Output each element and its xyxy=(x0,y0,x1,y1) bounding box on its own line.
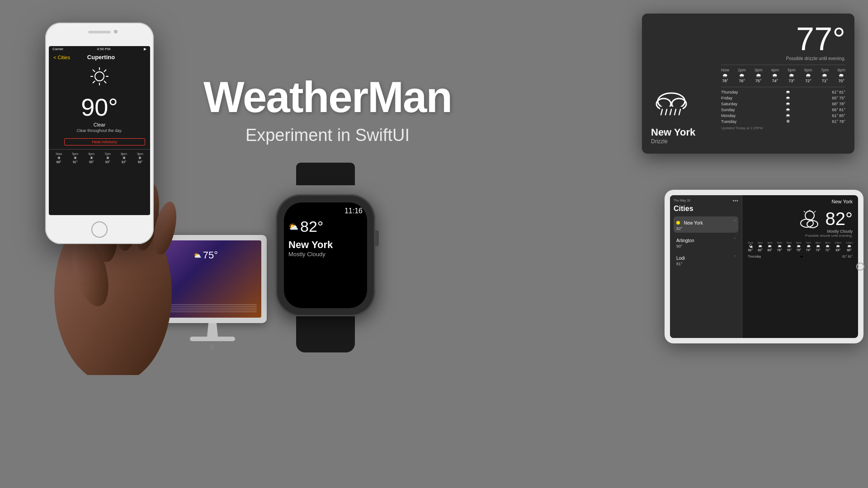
time-label: 4:50 PM xyxy=(97,47,110,51)
tv-temperature-big: 77° xyxy=(721,23,845,55)
iphone-advisory-badge: Heat Advisory xyxy=(64,138,145,145)
iphone-status-bar: Carrier 4:50 PM ▶ xyxy=(49,46,150,52)
iphone-nav: < Cities Cupertino xyxy=(49,52,150,62)
ipad-city-row-0[interactable]: New York › 82° xyxy=(674,216,738,233)
tv-hour-4: 5pm🌧73° xyxy=(788,68,796,83)
watch-weather-icon: ⛅ xyxy=(288,222,298,232)
tv-display-mockup: New York Drizzle 77° Possible drizzle un… xyxy=(642,14,854,154)
tv-week-sat: Saturday🌧68° 78° xyxy=(721,101,845,107)
watch-crown xyxy=(374,230,379,246)
ipad-location-dot xyxy=(676,221,680,225)
tv-possible-text: Possible drizzle until evening. xyxy=(721,56,845,61)
tv-updated-label: Updated Today at 1:25PM xyxy=(721,126,845,130)
watch-time: 11:16 xyxy=(288,207,363,215)
iphone-screen: Carrier 4:50 PM ▶ < Cities Cupertino xyxy=(49,46,150,215)
tv-hour-0: Now🌧78° xyxy=(721,68,729,83)
tv-hour-1: 2pm🌧76° xyxy=(738,68,746,83)
ipad-body: Thu May 16 ●●● Cities New York › 82° Arl… xyxy=(665,190,863,343)
apple-watch-mockup: 11:16 ⛅ 82° New York Mostly Cloudy xyxy=(262,163,389,334)
tv-weekly-forecast: Thursday🌧61° 81° Friday🌧65° 75° Saturday… xyxy=(721,87,845,124)
tv-hour-6: 7pm🌧71° xyxy=(821,68,829,83)
svg-line-26 xyxy=(814,211,816,212)
ipad-right-condition: Mostly Cloudy xyxy=(748,229,853,234)
ipad-right-temperature: 82° xyxy=(826,209,853,229)
iphone-advisory-container: Heat Advisory xyxy=(49,136,150,145)
watch-band-bottom xyxy=(296,316,355,352)
ipad-weekly-section: Thursday 🌧 61° 81° xyxy=(748,254,853,259)
iphone-sun-container xyxy=(49,62,150,92)
tv-city-condition: Drizzle xyxy=(651,138,714,145)
tv-week-mon: Monday🌧61° 85° xyxy=(721,113,845,118)
watch-band-top xyxy=(296,163,355,185)
iphone-temperature: 90° xyxy=(49,93,150,121)
cloud-rain-svg xyxy=(651,89,692,118)
watch-temperature: 82° xyxy=(300,218,323,235)
iphone-hour-2: 6pm ☀ 93° xyxy=(88,152,94,164)
iphone-city-label: Cupertino xyxy=(87,54,115,61)
ipad-detail-panel: New York 82° Mostly Cloudy Possible driz… xyxy=(742,195,858,338)
ipad-hourly-section: Now🌤82° 2pm🌧82° 3pm🌧80° 4pm🌧78° 5pm🌧76° … xyxy=(748,241,853,252)
iphone-hour-4: 8pm ☀ 92° xyxy=(121,152,127,164)
tv-hour-5: 6pm🌧72° xyxy=(804,68,812,83)
imac-stand xyxy=(206,323,219,337)
tv-hourly-row: Now🌧78° 2pm🌧76° 3pm🌧75° 4pm🌧74° 5pm🌧73° … xyxy=(721,65,845,83)
carrier-label: Carrier xyxy=(52,47,63,51)
iphone-camera xyxy=(114,30,118,33)
ipad-cities-panel: Thu May 16 ●●● Cities New York › 82° Arl… xyxy=(670,195,742,338)
iphone-hour-1: 5pm ☀ 91° xyxy=(72,152,78,164)
tv-week-sun: Sunday🌧66° 81° xyxy=(721,107,845,113)
iphone-body: Carrier 4:50 PM ▶ < Cities Cupertino xyxy=(45,23,154,244)
svg-point-24 xyxy=(805,211,814,220)
tv-right-panel: 77° Possible drizzle until evening. Now🌧… xyxy=(721,23,845,145)
iphone-condition: Clear xyxy=(49,122,150,127)
ipad-screen: Thu May 16 ●●● Cities New York › 82° Arl… xyxy=(670,195,858,338)
watch-condition: Mostly Cloudy xyxy=(288,251,363,258)
svg-line-11 xyxy=(93,70,95,72)
iphone-home-button[interactable] xyxy=(91,221,108,238)
ipad-right-condition-sub: Possible drizzle until evening. xyxy=(748,234,853,238)
iphone-description: Clear throughout the day. xyxy=(49,128,150,133)
svg-point-6 xyxy=(95,72,104,81)
app-title: WeatherMan xyxy=(203,72,452,122)
svg-line-13 xyxy=(104,70,106,72)
watch-weather-row: ⛅ 82° xyxy=(288,218,363,235)
imac-temperature: 75° xyxy=(203,249,218,261)
ipad-city-row-1[interactable]: Arlington › 90° xyxy=(674,234,738,250)
iphone-back-button[interactable]: < Cities xyxy=(53,55,70,60)
tv-screen: New York Drizzle 77° Possible drizzle un… xyxy=(642,14,854,154)
iphone-mockup: Carrier 4:50 PM ▶ < Cities Cupertino xyxy=(27,14,190,339)
tv-city-name: New York xyxy=(651,127,714,138)
iphone-hourly-forecast: Now ☀ 88° 5pm ☀ 91° 6pm ☀ 93° 7pm ☀ xyxy=(49,149,150,164)
tv-week-tue: Tuesday❄61° 78° xyxy=(721,118,845,124)
ipad-right-city-label: New York xyxy=(748,199,853,204)
signal-label: ▶ xyxy=(144,47,146,51)
tv-week-fri: Friday🌧65° 75° xyxy=(721,95,845,101)
ipad-right-weather-row: 82° xyxy=(748,209,853,229)
tv-hour-3: 4pm🌧74° xyxy=(771,68,779,83)
tv-cloud-rain-icon xyxy=(651,89,714,120)
tv-hour-2: 3pm🌧75° xyxy=(755,68,763,83)
iphone-hour-0: Now ☀ 88° xyxy=(56,152,62,164)
ipad-mockup: Thu May 16 ●●● Cities New York › 82° Arl… xyxy=(665,190,863,343)
svg-line-12 xyxy=(104,81,106,83)
sun-icon xyxy=(88,65,111,88)
tv-left-panel: New York Drizzle xyxy=(651,23,714,145)
svg-line-27 xyxy=(804,211,805,212)
iphone-hour-3: 7pm ☀ 93° xyxy=(104,152,111,164)
ipad-cities-header: Cities xyxy=(674,205,738,213)
watch-body: 11:16 ⛅ 82° New York Mostly Cloudy xyxy=(276,194,375,316)
watch-city: New York xyxy=(288,239,363,251)
ipad-partly-cloudy-icon xyxy=(797,209,822,229)
iphone-hour-5: 9pm ☀ 90° xyxy=(137,152,143,164)
svg-line-14 xyxy=(93,81,95,83)
ipad-status-bar: Thu May 16 ●●● xyxy=(674,199,738,202)
tv-week-thu: Thursday🌧61° 81° xyxy=(721,89,845,95)
app-subtitle: Experiment in SwiftUI xyxy=(203,126,452,145)
ipad-city-row-2[interactable]: Lodi › 81° xyxy=(674,252,738,268)
tv-hour-7: 8pm🌧70° xyxy=(837,68,845,83)
watch-screen: 11:16 ⛅ 82° New York Mostly Cloudy xyxy=(284,202,367,308)
center-text-block: WeatherMan Experiment in SwiftUI xyxy=(203,72,452,145)
iphone-speaker xyxy=(88,31,111,33)
